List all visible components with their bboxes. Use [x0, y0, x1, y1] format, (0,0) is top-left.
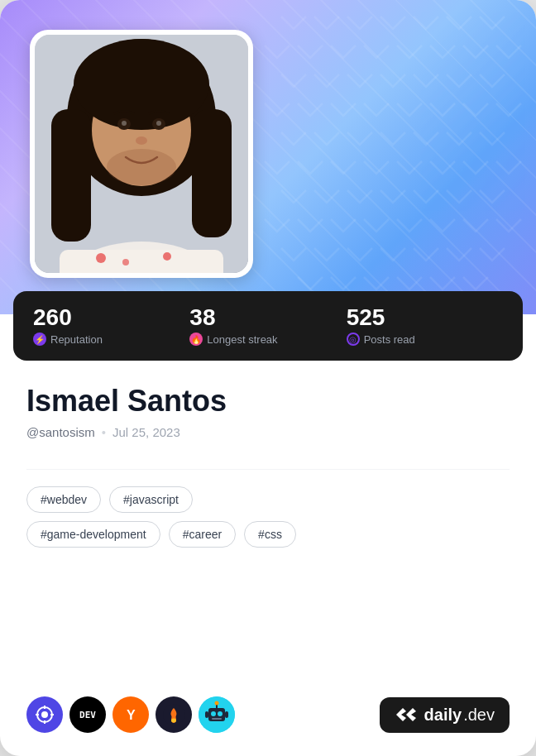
svg-point-18	[41, 711, 48, 718]
svg-point-32	[215, 701, 219, 706]
hashnode-source-icon[interactable]	[156, 696, 192, 733]
streak-label: 🔥 Longest streak	[189, 333, 346, 346]
svg-point-28	[211, 711, 216, 716]
svg-point-9	[163, 252, 171, 261]
profile-joined: Jul 25, 2023	[112, 425, 180, 439]
svg-rect-3	[51, 109, 91, 242]
stat-posts-read: 525 ◎ Posts read	[347, 306, 503, 346]
svg-point-10	[122, 259, 129, 266]
stat-reputation: 260 ⚡ Reputation	[33, 306, 189, 346]
daily-dev-text: daily .dev	[424, 706, 495, 725]
reputation-value: 260	[33, 306, 189, 329]
svg-rect-33	[205, 711, 208, 718]
posts-read-value: 525	[347, 306, 503, 329]
tags-row-1: #webdev #javascript	[26, 486, 510, 513]
posts-read-label: ◎ Posts read	[347, 333, 503, 346]
stats-bar: 260 ⚡ Reputation 38 🔥 Longest streak 525…	[13, 291, 523, 361]
divider	[26, 469, 510, 470]
streak-value: 38	[189, 306, 346, 329]
svg-point-25	[171, 719, 176, 723]
svg-rect-7	[60, 250, 223, 273]
tag-game-development[interactable]: #game-development	[26, 521, 160, 548]
dev-label: .dev	[463, 706, 495, 725]
robot-source-icon[interactable]	[199, 696, 235, 733]
reputation-label: ⚡ Reputation	[33, 333, 189, 346]
profile-meta: @santosism • Jul 25, 2023	[26, 425, 510, 439]
tag-css[interactable]: #css	[244, 521, 296, 548]
tags-row-2: #game-development #career #css	[26, 521, 510, 548]
tag-webdev[interactable]: #webdev	[26, 486, 101, 513]
bottom-row: DEV Y	[0, 680, 536, 756]
source-icons: DEV Y	[26, 696, 235, 733]
tag-javascript[interactable]: #javascript	[109, 486, 193, 513]
circle-dot-icon: ◎	[347, 333, 360, 346]
hackernews-source-icon[interactable]: Y	[112, 696, 149, 733]
svg-point-8	[96, 253, 106, 263]
fire-icon: 🔥	[189, 333, 203, 346]
daily-label: daily	[424, 706, 462, 725]
profile-info: Ismael Santos @santosism • Jul 25, 2023	[0, 361, 536, 452]
svg-point-29	[218, 711, 223, 716]
tag-career[interactable]: #career	[169, 521, 236, 548]
profile-handle: @santosism	[26, 425, 95, 439]
tags-section: #webdev #javascript #game-development #c…	[0, 486, 536, 556]
card-header	[0, 0, 536, 314]
crosshair-source-icon[interactable]	[26, 696, 63, 733]
meta-dot: •	[102, 425, 106, 439]
svg-text:Y: Y	[127, 708, 136, 722]
profile-name: Ismael Santos	[26, 384, 510, 419]
stat-streak: 38 🔥 Longest streak	[189, 306, 346, 346]
svg-rect-30	[212, 718, 222, 720]
svg-point-15	[136, 136, 147, 145]
daily-dev-badge[interactable]: daily .dev	[380, 697, 510, 733]
svg-point-13	[122, 121, 127, 126]
avatar-wrapper	[30, 30, 253, 278]
svg-point-16	[107, 149, 176, 185]
daily-dev-logo-icon	[395, 706, 418, 724]
svg-rect-34	[225, 711, 228, 718]
svg-point-5	[74, 39, 209, 130]
devto-source-icon[interactable]: DEV	[69, 696, 106, 733]
lightning-icon: ⚡	[33, 333, 46, 346]
svg-point-14	[156, 121, 161, 126]
profile-card: 260 ⚡ Reputation 38 🔥 Longest streak 525…	[0, 0, 536, 756]
avatar	[35, 35, 248, 273]
svg-rect-4	[192, 109, 232, 237]
